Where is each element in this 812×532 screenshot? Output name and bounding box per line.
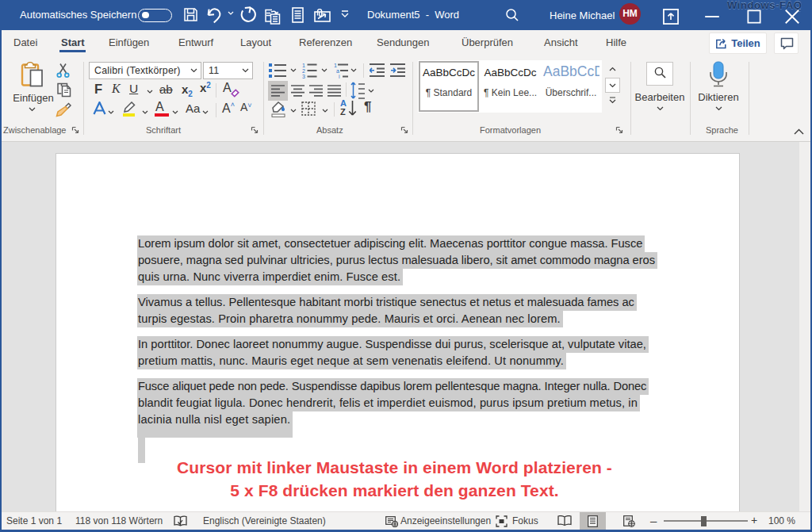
- svg-text:2: 2: [302, 68, 305, 74]
- svg-text:1: 1: [302, 63, 305, 68]
- svg-text:i: i: [339, 74, 340, 78]
- svg-text:1: 1: [334, 63, 337, 68]
- svg-text:3: 3: [302, 74, 305, 78]
- svg-text:a: a: [336, 68, 339, 74]
